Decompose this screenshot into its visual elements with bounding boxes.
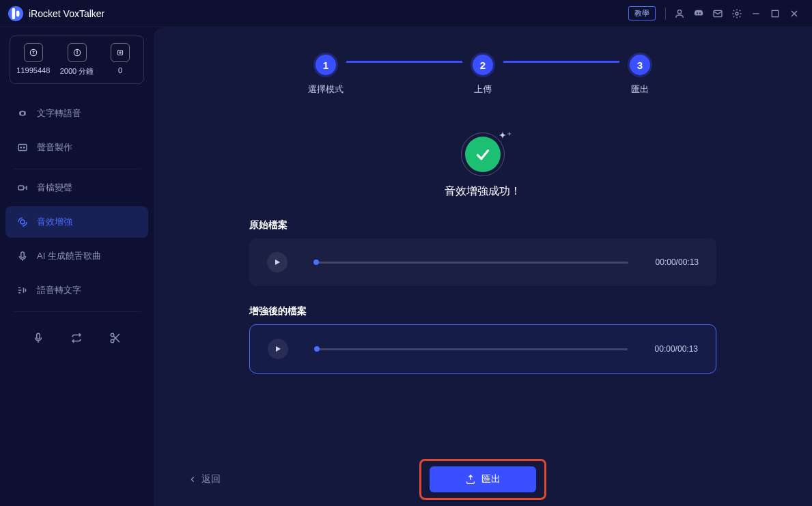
text-credit-icon <box>24 43 43 62</box>
sidebar-item-tts[interactable]: 文字轉語音 <box>5 98 148 129</box>
step-1: 1 選擇模式 <box>305 55 346 96</box>
sidebar-item-voice-create[interactable]: 聲音製作 <box>5 132 148 163</box>
sidebar-item-label: 語音轉文字 <box>37 284 81 296</box>
svg-rect-20 <box>37 333 40 339</box>
app-title: iRocket VoxTalker <box>29 8 104 19</box>
titlebar: iRocket VoxTalker 教學 <box>0 0 812 27</box>
svg-point-12 <box>120 52 121 53</box>
divider <box>665 8 666 20</box>
success-area: ✦⁺ 音效增強成功！ <box>188 137 778 199</box>
enhanced-player: 00:00/00:13 <box>249 324 716 374</box>
progress-track-enhanced[interactable] <box>316 348 628 350</box>
mail-icon[interactable] <box>708 4 727 23</box>
progress-knob[interactable] <box>314 346 320 352</box>
tool-row <box>5 322 148 354</box>
credit-value: 0 <box>101 66 139 74</box>
svg-rect-0 <box>12 8 14 18</box>
settings-icon[interactable] <box>727 4 746 23</box>
sidebar-item-voice-changer[interactable]: 音檔變聲 <box>5 172 148 203</box>
play-button-enhanced[interactable] <box>268 339 288 359</box>
maximize-button[interactable] <box>766 4 785 23</box>
cut-tool-icon[interactable] <box>107 330 124 346</box>
stt-icon <box>16 284 29 296</box>
sidebar-item-ai-rap[interactable]: AI 生成饒舌歌曲 <box>5 240 148 272</box>
export-button[interactable]: 匯出 <box>430 466 536 492</box>
export-label: 匯出 <box>481 473 501 486</box>
original-player: 00:00/00:13 <box>249 238 716 286</box>
stepper: 1 選擇模式 2 上傳 3 匯出 <box>188 55 778 96</box>
svg-point-13 <box>20 111 25 115</box>
step-label: 選擇模式 <box>305 83 346 96</box>
svg-marker-26 <box>276 346 281 352</box>
svg-rect-1 <box>17 11 19 16</box>
success-check-icon: ✦⁺ <box>465 137 501 172</box>
progress-track-original[interactable] <box>315 262 628 264</box>
audio-enhance-icon <box>16 216 29 228</box>
success-message: 音效增強成功！ <box>188 184 778 199</box>
sidebar-item-audio-enhance[interactable]: 音效增強 <box>5 206 148 238</box>
discord-icon[interactable] <box>689 4 708 23</box>
minimize-button[interactable] <box>746 4 766 23</box>
step-connector <box>346 61 462 63</box>
voice-changer-icon <box>16 182 29 194</box>
svg-rect-6 <box>772 10 778 16</box>
time-display-enhanced: 00:00/00:13 <box>655 344 698 354</box>
sidebar-item-label: 聲音製作 <box>37 141 72 154</box>
step-number: 3 <box>630 55 650 75</box>
sidebar-item-label: 音檔變聲 <box>37 182 72 194</box>
step-label: 上傳 <box>462 83 503 96</box>
credit-slot-minutes[interactable]: 2000 分鐘 <box>58 43 96 76</box>
sidebar-item-label: 音效增強 <box>37 216 72 228</box>
svg-point-15 <box>20 147 22 148</box>
step-label: 匯出 <box>619 83 660 96</box>
ai-rap-icon <box>16 250 29 262</box>
step-3: 3 匯出 <box>619 55 660 96</box>
svg-marker-25 <box>275 259 280 265</box>
enhanced-label: 增強後的檔案 <box>249 305 778 318</box>
credit-slot-songs[interactable]: 0 <box>101 43 139 76</box>
svg-rect-17 <box>18 186 24 190</box>
sparkle-icon: ✦⁺ <box>499 130 512 141</box>
credit-slot-chars[interactable]: 11995448 <box>14 43 53 76</box>
export-highlight: 匯出 <box>419 459 546 500</box>
sidebar-item-label: 文字轉語音 <box>37 107 81 120</box>
svg-rect-19 <box>21 252 25 257</box>
song-credit-icon <box>111 43 130 62</box>
progress-knob[interactable] <box>313 259 319 265</box>
svg-point-2 <box>677 10 681 13</box>
svg-point-22 <box>111 339 114 343</box>
tutorial-button[interactable]: 教學 <box>628 6 656 20</box>
footer: 返回 匯出 <box>188 466 778 492</box>
play-button-original[interactable] <box>267 252 288 272</box>
svg-rect-11 <box>118 51 123 55</box>
user-icon[interactable] <box>670 4 689 23</box>
voice-create-icon <box>16 141 29 154</box>
time-credit-icon <box>68 43 87 62</box>
credit-value: 11995448 <box>14 66 53 74</box>
divider <box>12 169 141 169</box>
credit-value: 2000 分鐘 <box>58 66 96 76</box>
app-logo-icon <box>8 6 23 21</box>
svg-point-16 <box>24 147 25 148</box>
back-button[interactable]: 返回 <box>188 473 221 486</box>
svg-point-18 <box>20 220 25 224</box>
step-number: 1 <box>316 55 336 75</box>
mic-tool-icon[interactable] <box>30 330 46 346</box>
main-content: 1 選擇模式 2 上傳 3 匯出 ✦⁺ 音效增強成功！ 原始檔案 <box>154 27 812 506</box>
time-display-original: 00:00/00:13 <box>656 257 699 267</box>
svg-point-21 <box>111 333 114 337</box>
step-connector <box>503 61 619 63</box>
divider <box>12 311 141 312</box>
loop-tool-icon[interactable] <box>68 330 85 346</box>
svg-rect-14 <box>18 145 27 151</box>
tts-icon <box>16 107 29 120</box>
original-label: 原始檔案 <box>249 219 778 231</box>
credits-panel: 11995448 2000 分鐘 0 <box>10 36 144 84</box>
close-button[interactable] <box>785 4 804 23</box>
svg-point-4 <box>736 12 738 15</box>
back-label: 返回 <box>201 473 221 486</box>
sidebar-item-stt[interactable]: 語音轉文字 <box>5 275 148 306</box>
sidebar: 11995448 2000 分鐘 0 文字轉語音 聲音製作 音檔變聲 <box>0 27 154 506</box>
sidebar-item-label: AI 生成饒舌歌曲 <box>37 250 101 262</box>
step-2: 2 上傳 <box>462 55 503 96</box>
